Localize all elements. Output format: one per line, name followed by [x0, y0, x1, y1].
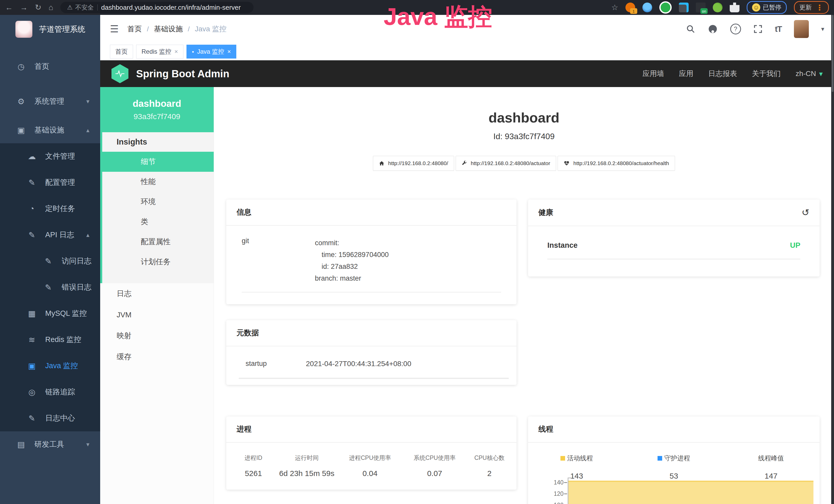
extension-switch-icon[interactable]: on — [696, 3, 706, 12]
tab-java-monitor[interactable]: ● Java 监控 × — [186, 45, 236, 59]
extension-pin-icon[interactable] — [642, 3, 652, 12]
tab-home[interactable]: 首页 — [110, 45, 133, 59]
url-text[interactable]: dashboard.yudao.iocoder.cn/infra/admin-s… — [101, 4, 241, 12]
edit-icon: ✎ — [27, 178, 37, 187]
font-size-icon[interactable]: tT — [775, 24, 782, 34]
brand: 芋道管理系统 — [0, 15, 100, 44]
gear-icon: ⚙ — [16, 97, 26, 106]
sba-language-select[interactable]: zh-CN ▾ — [796, 70, 823, 78]
sba-item-mappings[interactable]: 映射 — [100, 325, 214, 346]
breadcrumb-home[interactable]: 首页 — [127, 24, 142, 34]
sidebar-item-label: 定时任务 — [45, 204, 75, 214]
extension-leaf-icon[interactable] — [713, 3, 723, 12]
bookmark-star-icon[interactable]: ☆ — [611, 4, 618, 11]
sidebar-item-home[interactable]: ◷ 首页 — [0, 53, 100, 79]
git-id-line: id: 27aa832 — [315, 260, 389, 272]
smiley-icon: ☺ — [752, 3, 760, 12]
close-icon[interactable]: × — [227, 48, 231, 55]
sba-item-metrics[interactable]: 性能 — [102, 172, 214, 192]
help-icon[interactable]: ? — [730, 24, 741, 35]
brand-logo-image — [16, 21, 32, 38]
paused-indicator[interactable]: ☺ 已暂停 — [747, 1, 787, 14]
endpoint-home-link[interactable]: http://192.168.0.2:48080/ — [373, 156, 454, 171]
avatar-caret-icon[interactable]: ▾ — [821, 25, 824, 32]
address-bar[interactable]: ⚠ 不安全 dashboard.yudao.iocoder.cn/infra/a… — [60, 2, 254, 13]
heartbeat-icon — [564, 160, 570, 166]
layers-icon: ≋ — [27, 335, 37, 345]
sidebar-item-label: 配置管理 — [45, 177, 75, 188]
security-status[interactable]: ⚠ 不安全 — [67, 3, 94, 12]
sidebar-item-config-manage[interactable]: ✎ 配置管理 — [0, 169, 100, 196]
sba-item-environment[interactable]: 环境 — [102, 192, 214, 212]
sidebar-item-system[interactable]: ⚙ 系统管理 ▾ — [0, 88, 100, 115]
sidebar-item-access-log[interactable]: ✎ 访问日志 — [0, 248, 100, 274]
screen: ← → ↻ ⌂ ⚠ 不安全 dashboard.yudao.iocoder.cn… — [0, 0, 834, 504]
page-scrollbar[interactable] — [831, 15, 834, 504]
hamburger-icon[interactable]: ☰ — [110, 23, 119, 35]
sba-item-details[interactable]: 细节 — [100, 152, 214, 172]
process-header-pid: 进程ID — [231, 454, 276, 462]
sba-item-jvm[interactable]: JVM — [100, 304, 214, 325]
browser-menu-icon[interactable]: ⋮ — [816, 3, 824, 12]
sidebar-item-scheduled-jobs[interactable]: ◔ 定时任务 — [0, 196, 100, 222]
back-icon[interactable]: ← — [5, 4, 13, 11]
sidebar-submenu-infra: ☁ 文件管理 ✎ 配置管理 ◔ 定时任务 ✎ API 日志 ▴ — [0, 143, 100, 431]
sba-item-logs[interactable]: 日志 — [100, 283, 214, 304]
extension-colorzilla-icon[interactable]: 1 — [626, 3, 635, 12]
sba-instance-header: dashboard 93a3fc7f7409 — [100, 87, 214, 132]
info-card-title: 信息 — [237, 207, 251, 217]
page-instance-id: Id: 93a3fc7f7409 — [214, 132, 834, 141]
sidebar-item-trace[interactable]: ◎ 链路追踪 — [0, 379, 100, 405]
extension-y-icon[interactable] — [659, 1, 672, 14]
search-icon[interactable] — [686, 24, 695, 33]
process-value-sys-cpu: 0.07 — [402, 469, 467, 478]
sba-nav-applications[interactable]: 应用 — [679, 69, 694, 78]
eye-icon: ◎ — [27, 387, 37, 397]
log-edit-icon: ✎ — [27, 414, 37, 423]
sba-item-classes[interactable]: 类 — [102, 212, 214, 232]
sba-nav-wallboard[interactable]: 应用墙 — [643, 69, 664, 78]
history-icon[interactable]: ↺ — [802, 207, 809, 218]
sidebar-item-dev-tools[interactable]: ▤ 研发工具 ▾ — [0, 431, 100, 458]
user-avatar[interactable] — [794, 20, 809, 38]
endpoint-actuator-link[interactable]: http://192.168.0.2:48080/actuator — [456, 156, 556, 171]
sidebar-item-log-center[interactable]: ✎ 日志中心 — [0, 405, 100, 431]
puzzle-extensions-icon[interactable] — [730, 3, 740, 12]
monitor-icon: ▣ — [27, 361, 37, 371]
sidebar-item-redis-monitor[interactable]: ≋ Redis 监控 — [0, 327, 100, 353]
sidebar-item-file-manage[interactable]: ☁ 文件管理 — [0, 143, 100, 169]
extension-grid-icon[interactable] — [679, 3, 688, 12]
sba-item-scheduled-tasks[interactable]: 计划任务 — [102, 252, 214, 272]
sba-item-config-props[interactable]: 配置属性 — [102, 232, 214, 252]
git-branch-line: branch: master — [315, 272, 389, 284]
daemon-threads-value: 53 — [670, 472, 678, 480]
process-value-pid: 5261 — [231, 469, 276, 478]
update-browser-button[interactable]: 更新 ⋮ — [794, 1, 829, 14]
forward-icon[interactable]: → — [20, 4, 28, 11]
fullscreen-icon[interactable] — [753, 24, 763, 33]
sidebar-item-mysql-monitor[interactable]: ▦ MySQL 监控 — [0, 300, 100, 327]
sba-nav-journal[interactable]: 日志报表 — [708, 69, 737, 78]
spring-boot-admin-logo-icon — [111, 64, 128, 83]
reload-icon[interactable]: ↻ — [35, 4, 41, 11]
sidebar-item-java-monitor[interactable]: ▣ Java 监控 — [0, 353, 100, 379]
sidebar-item-api-log[interactable]: ✎ API 日志 ▴ — [0, 222, 100, 248]
sba-item-caches[interactable]: 缓存 — [100, 346, 214, 367]
y-axis-tick-label: 100 — [548, 502, 564, 504]
sba-nav-about[interactable]: 关于我们 — [752, 69, 781, 78]
github-icon[interactable] — [708, 24, 718, 34]
close-icon[interactable]: × — [174, 48, 178, 55]
sba-brand-title[interactable]: Spring Boot Admin — [136, 68, 229, 79]
sba-app-name: dashboard — [133, 98, 181, 109]
clock-icon: ◔ — [27, 204, 37, 213]
sidebar-item-infra[interactable]: ▣ 基础设施 ▴ — [0, 117, 100, 143]
tab-redis-monitor[interactable]: Redis 监控 × — [136, 45, 183, 59]
breadcrumb-infra[interactable]: 基础设施 — [154, 24, 183, 34]
y-axis-tick — [564, 482, 567, 483]
wrench-icon — [462, 160, 467, 166]
scrollbar-thumb[interactable] — [832, 15, 833, 92]
chevron-up-icon: ▴ — [86, 231, 89, 238]
browser-home-icon[interactable]: ⌂ — [48, 4, 53, 11]
endpoint-health-link[interactable]: http://192.168.0.2:48080/actuator/health — [557, 156, 675, 171]
sidebar-item-error-log[interactable]: ✎ 错误日志 — [0, 274, 100, 300]
